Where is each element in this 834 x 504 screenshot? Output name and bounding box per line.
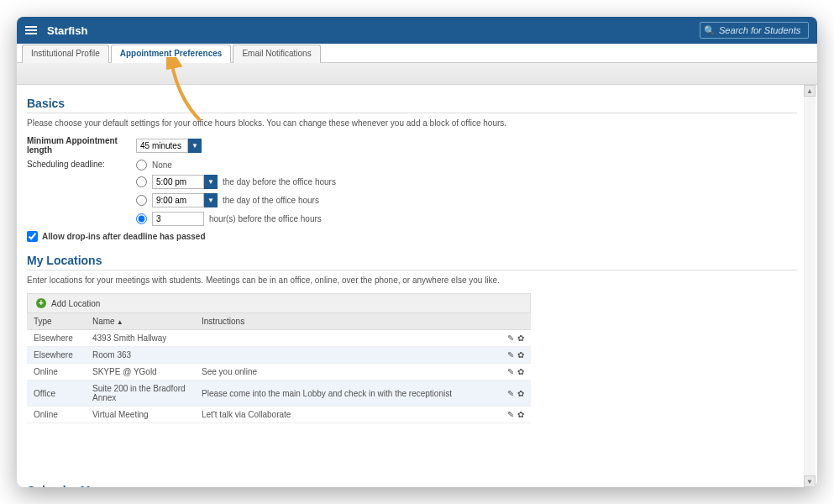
deadline-radio-none[interactable] <box>136 160 147 171</box>
pencil-icon[interactable]: ✎ <box>506 367 514 376</box>
deadline-none-label: None <box>152 160 172 170</box>
cell-instructions: Please come into the main Lobby and chec… <box>195 381 497 407</box>
cell-type: Office <box>27 381 86 407</box>
deadline-dayof-select[interactable]: ▼ <box>152 193 218 207</box>
gear-icon[interactable]: ✿ <box>516 410 524 419</box>
gear-icon[interactable]: ✿ <box>516 389 524 398</box>
col-name[interactable]: Name▲ <box>86 313 195 330</box>
pencil-icon[interactable]: ✎ <box>506 333 514 343</box>
cell-instructions: Let't talk via Collaborate <box>195 407 497 423</box>
pencil-icon[interactable]: ✎ <box>506 410 514 419</box>
tab-institutional-profile[interactable]: Institutional Profile <box>22 45 109 63</box>
cell-name: Suite 200 in the Bradford Annex <box>86 381 195 407</box>
locations-heading: My Locations <box>27 254 797 270</box>
tabs-row: Institutional Profile Appointment Prefer… <box>17 44 817 63</box>
hamburger-icon[interactable] <box>25 24 39 36</box>
cell-instructions: See you online <box>195 364 497 381</box>
deadline-hours-input[interactable] <box>152 212 204 226</box>
locations-desc: Enter locations for your meetings with s… <box>27 276 797 285</box>
add-location-button[interactable]: + Add Location <box>27 293 531 313</box>
pencil-icon[interactable]: ✎ <box>506 389 514 398</box>
gray-band <box>17 63 817 85</box>
add-location-label: Add Location <box>51 299 100 308</box>
scheduling-label: Scheduling deadline: <box>27 160 136 169</box>
scrollbar-down[interactable]: ▼ <box>804 475 816 487</box>
chevron-down-icon[interactable]: ▼ <box>204 175 218 189</box>
cell-type: Elsewhere <box>27 330 86 347</box>
basics-heading: Basics <box>27 97 797 113</box>
col-type[interactable]: Type <box>27 313 86 330</box>
cell-instructions <box>195 330 497 347</box>
deadline-radio-hours[interactable] <box>136 213 147 224</box>
sort-asc-icon: ▲ <box>117 318 123 326</box>
cell-name: 4393 Smith Hallway <box>86 330 195 347</box>
deadline-dayof-suffix: the day of the office hours <box>223 196 319 205</box>
allow-dropins-label: Allow drop-ins after deadline has passed <box>42 232 206 241</box>
cell-type: Online <box>27 364 86 381</box>
basics-desc: Please choose your default settings for … <box>27 118 797 128</box>
search-wrap: 🔍 <box>700 22 809 39</box>
topbar: Starfish 🔍 <box>17 17 817 44</box>
gear-icon[interactable]: ✿ <box>516 333 524 343</box>
gear-icon[interactable]: ✿ <box>516 367 524 376</box>
deadline-hours-suffix: hour(s) before the office hours <box>209 214 322 223</box>
tab-appointment-preferences[interactable]: Appointment Preferences <box>111 45 232 63</box>
managers-heading: Calendar Managers <box>27 484 797 487</box>
table-row: OfficeSuite 200 in the Bradford AnnexPle… <box>27 381 531 407</box>
cell-type: Elsewhere <box>27 347 86 364</box>
locations-table: Type Name▲ Instructions Elsewhere4393 Sm… <box>27 313 531 423</box>
scrollbar-up[interactable]: ▲ <box>804 85 816 97</box>
chevron-down-icon[interactable]: ▼ <box>204 193 218 207</box>
min-appt-value[interactable] <box>136 139 188 153</box>
scrollbar-track[interactable] <box>804 97 816 475</box>
cell-instructions <box>195 347 497 364</box>
deadline-dayof-time[interactable] <box>152 193 204 207</box>
tab-email-notifications[interactable]: Email Notifications <box>233 45 320 63</box>
search-icon: 🔍 <box>704 25 716 36</box>
chevron-down-icon[interactable]: ▼ <box>188 139 202 153</box>
pencil-icon[interactable]: ✎ <box>506 350 514 360</box>
plus-icon: + <box>36 298 46 308</box>
col-instructions[interactable]: Instructions <box>195 313 497 330</box>
cell-name: SKYPE @ YGold <box>86 364 195 381</box>
min-appt-label: Minimum Appointment length <box>27 136 136 155</box>
deadline-daybefore-time[interactable] <box>152 175 204 189</box>
table-row: ElsewhereRoom 363✎✿ <box>27 347 531 364</box>
table-row: OnlineVirtual MeetingLet't talk via Coll… <box>27 407 531 423</box>
min-appt-select[interactable]: ▼ <box>136 139 202 153</box>
table-row: Elsewhere4393 Smith Hallway✎✿ <box>27 330 531 347</box>
app-title: Starfish <box>47 24 87 37</box>
deadline-radio-dayof[interactable] <box>136 195 147 206</box>
gear-icon[interactable]: ✿ <box>516 350 524 360</box>
table-row: OnlineSKYPE @ YGoldSee you online✎✿ <box>27 364 531 381</box>
content-scroll: ▲ ▼ Basics Please choose your default se… <box>17 85 817 487</box>
deadline-daybefore-suffix: the day before the office hours <box>223 177 336 186</box>
search-input[interactable] <box>700 22 809 39</box>
cell-type: Online <box>27 407 86 423</box>
cell-name: Virtual Meeting <box>86 407 195 423</box>
deadline-daybefore-select[interactable]: ▼ <box>152 175 218 189</box>
allow-dropins-checkbox[interactable] <box>27 231 38 242</box>
deadline-radio-daybefore[interactable] <box>136 176 147 187</box>
cell-name: Room 363 <box>86 347 195 364</box>
